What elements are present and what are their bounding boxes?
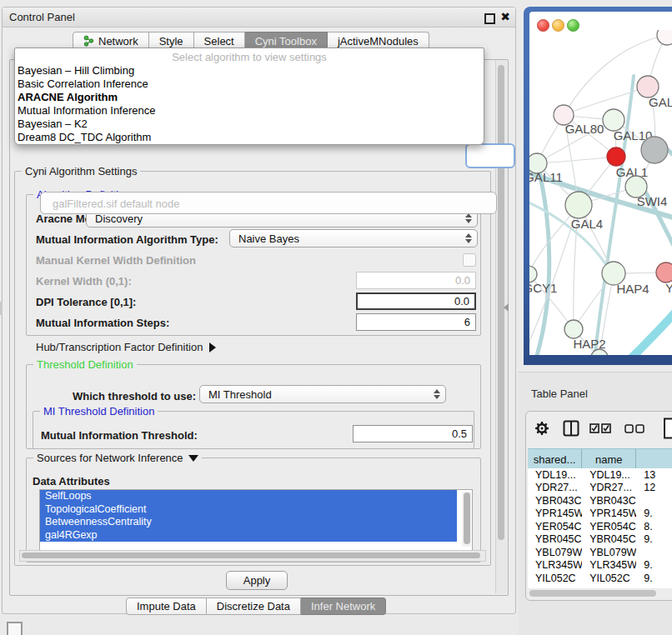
algorithm-option[interactable]: ARACNE Algorithm (18, 91, 481, 104)
table-row[interactable]: YBL079WYBL079W (528, 546, 672, 559)
table-cell: YIL052C (582, 572, 636, 584)
network-node[interactable] (657, 30, 672, 45)
network-node-gal4[interactable] (565, 192, 592, 218)
table-row[interactable]: YBR045CYBR045C9. (528, 533, 672, 547)
table-row[interactable]: YPR145WYPR145W9. (528, 508, 672, 521)
attribute-item[interactable]: gal4RGexp (40, 529, 457, 542)
control-panel-titlebar: Control Panel ✖ (3, 8, 515, 28)
settings-vertical-scrollbar[interactable] (495, 60, 507, 593)
group-title: Threshold Definition (33, 358, 137, 371)
algorithm-placeholder: Select algorithm to view settings (15, 51, 484, 63)
table-cell: YBL079W (528, 547, 582, 558)
which-threshold-label: Which threshold to use: (73, 390, 196, 402)
table-panel: Table Panel shared...name YDL19...YDL19.… (519, 372, 672, 635)
column-header[interactable] (636, 449, 672, 469)
table-horizontal-scrollbar[interactable] (529, 589, 672, 598)
close-icon[interactable]: ✖ (500, 10, 510, 23)
list-vertical-scrollbar[interactable] (462, 492, 471, 547)
network-graph[interactable]: GALGAL80GAL10GAL1GAL11SWI4GAL4GCY1HAP4YH… (529, 30, 672, 355)
column-header[interactable]: name (582, 449, 636, 469)
gear-icon[interactable] (534, 421, 549, 436)
left-divider-handle[interactable] (0, 302, 3, 315)
algorithm-option[interactable]: Bayesian – Hill Climbing (18, 64, 481, 78)
table-cell: YBR043C (582, 495, 636, 507)
network-node-hap2[interactable] (564, 320, 583, 338)
table-cell: YDL19... (528, 469, 582, 481)
data-attributes-list[interactable]: SelfLoopsTopologicalCoefficientBetweenne… (39, 489, 473, 551)
apply-button[interactable]: Apply (226, 571, 288, 590)
network-edge[interactable] (631, 298, 672, 355)
scrollbar-thumb[interactable] (529, 590, 656, 597)
scrollbar-thumb[interactable] (22, 552, 480, 558)
network-view-window: GALGAL80GAL10GAL1GAL11SWI4GAL4GCY1HAP4YH… (524, 7, 672, 365)
mi-type-value: Naive Bayes (238, 232, 299, 245)
tab-label: Infer Network (311, 600, 375, 612)
table-cell: YLR345W (528, 559, 582, 571)
network-edge[interactable] (537, 157, 616, 163)
panel-divider-collapse-icon[interactable] (504, 303, 509, 312)
table-cell: YPR145W (528, 508, 582, 519)
mi-threshold-field[interactable]: 0.5 (353, 425, 473, 442)
mi-steps-field[interactable]: 6 (356, 313, 476, 331)
table-body: YDL19...YDL19...13YDR27...YDR27...12YBR0… (528, 468, 672, 588)
network-edge[interactable] (564, 87, 648, 115)
algorithm-option[interactable]: Basic Correlation Inference (18, 78, 481, 91)
network-node[interactable] (641, 137, 668, 163)
sources-title-toggle[interactable]: Sources for Network Inference (33, 452, 202, 464)
split-columns-icon[interactable] (563, 420, 579, 437)
network-node-y[interactable] (656, 262, 672, 282)
tab-discretize-data[interactable]: Discretize Data (207, 598, 301, 615)
table-row[interactable]: YDL19...YDL19...13 (528, 468, 672, 482)
scrollbar-thumb[interactable] (464, 492, 470, 544)
table-cell: YBR045C (582, 533, 636, 545)
tab-label: Style (159, 35, 183, 48)
network-attribute-combo[interactable]: galFiltered.sif default node (40, 192, 497, 214)
hub-definition-toggle[interactable]: Hub/Transcription Factor Definition (36, 341, 216, 353)
hidden-focused-combo-fragment[interactable] (465, 143, 515, 168)
table-cell: YPR145W (582, 508, 636, 519)
deselect-all-boxes-icon[interactable] (624, 424, 644, 433)
algorithm-option[interactable]: Mutual Information Inference (18, 104, 481, 118)
scrollbar-thumb[interactable] (498, 65, 504, 540)
select-all-checks-icon[interactable] (589, 423, 611, 433)
table-row[interactable]: YDR27...YDR27...12 (528, 482, 672, 495)
mi-algorithm-type-combo[interactable]: Naive Bayes (229, 229, 478, 248)
manual-kernel-label: Manual Kernel Width Definition (36, 254, 196, 267)
restore-panel-icon[interactable] (7, 622, 23, 635)
combo-stepper-icon (434, 389, 440, 399)
column-header[interactable]: shared... (528, 449, 582, 469)
table-header-row: shared...name (528, 448, 672, 470)
attribute-item[interactable]: TopologicalCoefficient (40, 503, 457, 517)
manual-kernel-checkbox[interactable] (463, 253, 476, 267)
tab-impute-data[interactable]: Impute Data (126, 598, 207, 615)
collapse-down-icon (188, 455, 198, 462)
dpi-tolerance-value: 0.0 (454, 295, 469, 308)
tab-infer-network[interactable]: Infer Network (301, 598, 386, 615)
attribute-item[interactable]: BetweennessCentrality (40, 516, 457, 529)
table-row[interactable]: YIL052CYIL052C9. (528, 572, 672, 585)
algorithm-option[interactable]: Dream8 DC_TDC Algorithm (18, 131, 481, 144)
float-window-icon[interactable] (484, 13, 495, 24)
network-canvas[interactable]: GALGAL80GAL10GAL1GAL11SWI4GAL4GCY1HAP4YH… (529, 12, 672, 355)
node-label: SWI4 (637, 194, 668, 208)
mi-steps-label: Mutual Information Steps: (36, 317, 169, 329)
table-cell: YER054C (528, 521, 582, 532)
settings-horizontal-scrollbar[interactable] (19, 550, 486, 562)
table-cell: 9. (636, 572, 672, 584)
group-title: Cyni Algorithm Settings (22, 165, 140, 178)
tab-label: jActiveMNodules (338, 35, 419, 48)
kernel-width-value: 0.0 (455, 274, 470, 287)
dpi-tolerance-field[interactable]: 0.0 (356, 292, 476, 310)
network-node-gcy1[interactable] (529, 266, 537, 282)
table-row[interactable]: YER054CYER054C8. (528, 520, 672, 533)
attribute-item[interactable]: SelfLoops (40, 490, 457, 503)
tab-label: Impute Data (137, 600, 196, 612)
table-row[interactable]: YBR043CYBR043C (528, 494, 672, 508)
table-row[interactable]: YLR345WYLR345W9. (528, 559, 672, 572)
which-threshold-combo[interactable]: MI Threshold (199, 385, 446, 403)
algorithm-option[interactable]: Bayesian – K2 (18, 118, 481, 131)
table-toolbar (526, 412, 672, 445)
kernel-width-field[interactable]: 0.0 (356, 272, 476, 289)
new-document-icon[interactable] (663, 418, 672, 439)
network-node-gal1[interactable] (607, 148, 625, 166)
